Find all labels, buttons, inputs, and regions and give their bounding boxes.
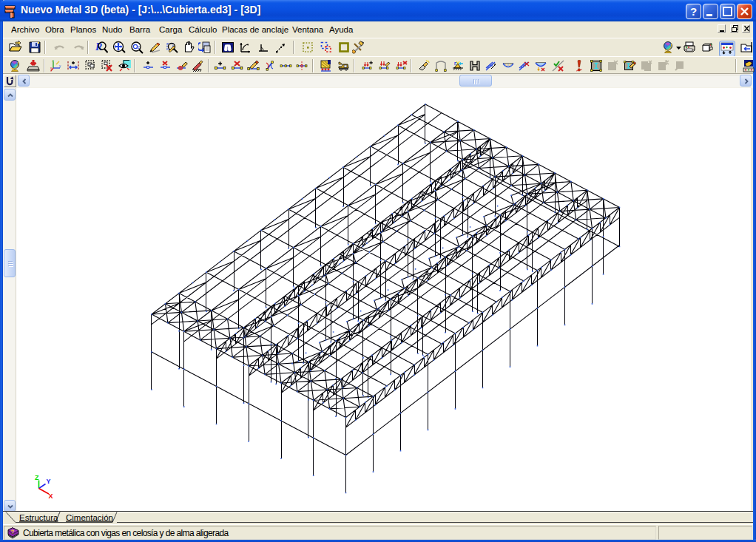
svg-text:Y: Y (47, 478, 51, 485)
svg-text:X: X (49, 492, 53, 500)
svg-text:Z: Z (35, 474, 39, 481)
svg-text:Cimentación: Cimentación (66, 513, 113, 522)
svg-text:Estructura: Estructura (19, 513, 58, 522)
